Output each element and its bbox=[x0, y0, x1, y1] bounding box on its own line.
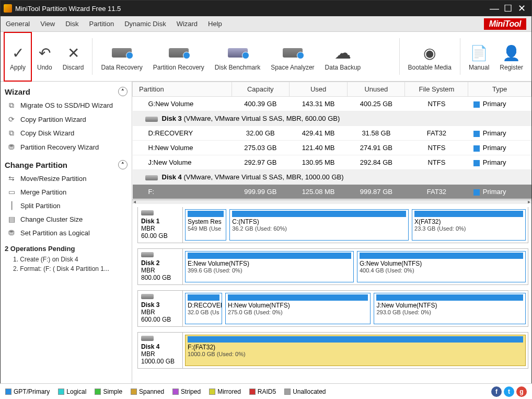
menu-view[interactable]: View bbox=[40, 20, 55, 28]
partition-block[interactable]: J:New Volume(NTFS)293.0 GB (Used: 0%) bbox=[374, 293, 526, 324]
partition-block[interactable]: H:New Volume(NTFS)275.0 GB (Used: 0%) bbox=[225, 293, 371, 324]
change-item-move-resize-partition[interactable]: ⇆Move/Resize Partition bbox=[5, 172, 128, 185]
legend-color-icon bbox=[209, 389, 215, 395]
minitool-logo: MiniTool bbox=[484, 18, 526, 30]
apply-button[interactable]: ✓Apply bbox=[4, 32, 32, 82]
legend-color-icon bbox=[58, 389, 64, 395]
pending-operation[interactable]: 1. Create (F:) on Disk 4 bbox=[5, 255, 128, 264]
maximize-button[interactable]: ☐ bbox=[501, 3, 515, 14]
legend-color-icon bbox=[284, 389, 291, 395]
space-analyzer-button[interactable]: Space Analyzer bbox=[265, 32, 319, 82]
pending-operation[interactable]: 2. Format: (F: ( Disk 4 Partition 1... bbox=[5, 264, 128, 273]
wizard-item-migrate-os-to-ssd-hd-wizard[interactable]: ⧉Migrate OS to SSD/HD Wizard bbox=[5, 98, 128, 112]
menu-disk[interactable]: Disk bbox=[65, 20, 78, 28]
pending-header: 2 Operations Pending bbox=[5, 245, 128, 253]
disk-map-row: Disk 3MBR600.00 GBD:RECOVER32.0 GB (UsH:… bbox=[137, 290, 528, 327]
disk-icon bbox=[145, 117, 158, 122]
type-color-icon bbox=[473, 101, 480, 108]
toolbar: ✓Apply ↶Undo ✕Discard Data Recovery Part… bbox=[1, 32, 531, 82]
disk-header-row[interactable]: Disk 3 (VMware, VMware Virtual S SAS, MB… bbox=[133, 111, 531, 126]
wizard-section-header[interactable]: Wizard˄ bbox=[5, 85, 128, 98]
partition-row[interactable]: D:RECOVERY32.00 GB429.41 MB31.58 GBFAT32… bbox=[133, 126, 531, 141]
wizard-item-copy-partition-wizard[interactable]: ⟳Copy Partition Wizard bbox=[5, 112, 128, 126]
disk-map-row: Disk 2MBR800.00 GBE:New Volume(NTFS)399.… bbox=[137, 248, 528, 285]
disk-icon bbox=[141, 336, 154, 341]
column-header[interactable]: Unused bbox=[348, 82, 405, 97]
legend-color-icon bbox=[172, 389, 179, 395]
menu-dynamic-disk[interactable]: Dynamic Disk bbox=[124, 20, 166, 28]
legend-color-icon bbox=[95, 389, 101, 395]
chevron-up-icon: ˄ bbox=[118, 160, 128, 169]
discard-button[interactable]: ✕Discard bbox=[57, 32, 89, 82]
twitter-icon[interactable]: t bbox=[504, 386, 514, 397]
horizontal-scrollbar[interactable]: ◂▸ bbox=[132, 200, 531, 204]
disk-map-panel: Disk 1MBR60.00 GBSystem Res549 MB (UseC:… bbox=[132, 204, 531, 383]
legend-striped: Striped bbox=[172, 388, 201, 395]
legend-color-icon bbox=[131, 389, 137, 395]
change-item-split-partition[interactable]: ⎮Split Partition bbox=[5, 199, 128, 212]
menu-general[interactable]: General bbox=[6, 20, 30, 28]
disk-icon bbox=[141, 252, 154, 257]
disk-icon bbox=[141, 210, 154, 215]
legend-raid5: RAID5 bbox=[249, 388, 276, 395]
facebook-icon[interactable]: f bbox=[491, 386, 502, 397]
partition-row[interactable]: G:New Volume400.39 GB143.31 MB400.25 GBN… bbox=[133, 97, 531, 111]
disk-label: Disk 3MBR600.00 GB bbox=[138, 291, 183, 326]
minimize-button[interactable]: — bbox=[488, 3, 501, 14]
change-item-merge-partition[interactable]: ▭Merge Partition bbox=[5, 185, 128, 199]
wizard-item-icon: ⧉ bbox=[6, 101, 17, 110]
partition-block[interactable]: G:New Volume(NTFS)400.4 GB (Used: 0%) bbox=[357, 251, 526, 282]
partition-row[interactable]: H:New Volume275.03 GB121.40 MB274.91 GBN… bbox=[133, 141, 531, 155]
register-button[interactable]: 👤Register bbox=[494, 32, 528, 82]
change-partition-section-header[interactable]: Change Partition˄ bbox=[5, 158, 128, 172]
undo-button[interactable]: ↶Undo bbox=[32, 32, 57, 82]
menu-partition[interactable]: Partition bbox=[89, 20, 114, 28]
partition-block[interactable]: C:(NTFS)36.2 GB (Used: 60%) bbox=[229, 209, 409, 241]
menu-wizard[interactable]: Wizard bbox=[177, 20, 198, 28]
manual-button[interactable]: 📄Manual bbox=[464, 32, 494, 82]
change-item-icon: ⛃ bbox=[6, 229, 17, 237]
wizard-item-partition-recovery-wizard[interactable]: ⛃Partition Recovery Wizard bbox=[5, 140, 128, 154]
wizard-item-copy-disk-wizard[interactable]: ⧉Copy Disk Wizard bbox=[5, 126, 128, 140]
partition-block[interactable]: E:New Volume(NTFS)399.6 GB (Used: 0%) bbox=[185, 251, 354, 282]
menu-help[interactable]: Help bbox=[208, 20, 222, 28]
column-header[interactable]: Type bbox=[468, 82, 531, 97]
chevron-up-icon: ˄ bbox=[118, 87, 128, 96]
change-item-icon: ▭ bbox=[6, 188, 17, 196]
partition-row[interactable]: J:New Volume292.97 GB130.95 MB292.84 GBN… bbox=[133, 155, 531, 170]
change-item-set-partition-as-logical[interactable]: ⛃Set Partition as Logical bbox=[5, 226, 128, 240]
column-header[interactable]: Capacity bbox=[232, 82, 289, 97]
legend-gpt-primary: GPT/Primary bbox=[5, 388, 50, 395]
disk-header-row[interactable]: Disk 4 (VMware, VMware Virtual S SAS, MB… bbox=[133, 170, 531, 185]
app-icon bbox=[4, 4, 12, 13]
change-item-icon: ⎮ bbox=[6, 201, 17, 210]
partition-block[interactable]: System Res549 MB (Use bbox=[185, 209, 226, 241]
partition-block[interactable]: X(FAT32)23.3 GB (Used: 0%) bbox=[412, 209, 526, 241]
legend-simple: Simple bbox=[95, 388, 122, 395]
partition-table[interactable]: PartitionCapacityUsedUnusedFile SystemTy… bbox=[132, 82, 531, 199]
legend-spanned: Spanned bbox=[131, 388, 164, 395]
type-color-icon bbox=[473, 189, 480, 196]
menubar: GeneralViewDiskPartitionDynamic DiskWiza… bbox=[1, 16, 531, 32]
column-header[interactable]: Partition bbox=[133, 82, 232, 97]
type-color-icon bbox=[473, 131, 480, 137]
column-header[interactable]: File System bbox=[405, 82, 468, 97]
partition-block[interactable]: F:(FAT32)1000.0 GB (Used: 0%) bbox=[185, 335, 526, 366]
wizard-item-icon: ⟳ bbox=[6, 115, 17, 123]
disk-map-row: Disk 4MBR1000.00 GBF:(FAT32)1000.0 GB (U… bbox=[137, 332, 528, 369]
partition-row[interactable]: F:999.99 GB125.08 MB999.87 GBFAT32Primar… bbox=[133, 185, 531, 199]
gplus-icon[interactable]: g bbox=[516, 386, 527, 397]
disk-benchmark-button[interactable]: Disk Benchmark bbox=[210, 32, 265, 82]
disk-label: Disk 1MBR60.00 GB bbox=[138, 207, 183, 243]
disk-label: Disk 4MBR1000.00 GB bbox=[138, 333, 183, 368]
bootable-media-button[interactable]: ◉Bootable Media bbox=[403, 32, 457, 82]
data-backup-button[interactable]: ☁Data Backup bbox=[320, 32, 366, 82]
partition-recovery-button[interactable]: Partition Recovery bbox=[148, 32, 210, 82]
close-button[interactable]: ✕ bbox=[515, 3, 528, 14]
change-item-change-cluster-size[interactable]: ▤Change Cluster Size bbox=[5, 212, 128, 226]
main-panel: PartitionCapacityUsedUnusedFile SystemTy… bbox=[132, 82, 531, 383]
column-header[interactable]: Used bbox=[289, 82, 347, 97]
data-recovery-button[interactable]: Data Recovery bbox=[96, 32, 147, 82]
titlebar: MiniTool Partition Wizard Free 11.5 — ☐ … bbox=[1, 1, 531, 16]
partition-block[interactable]: D:RECOVER32.0 GB (Us bbox=[185, 293, 222, 324]
